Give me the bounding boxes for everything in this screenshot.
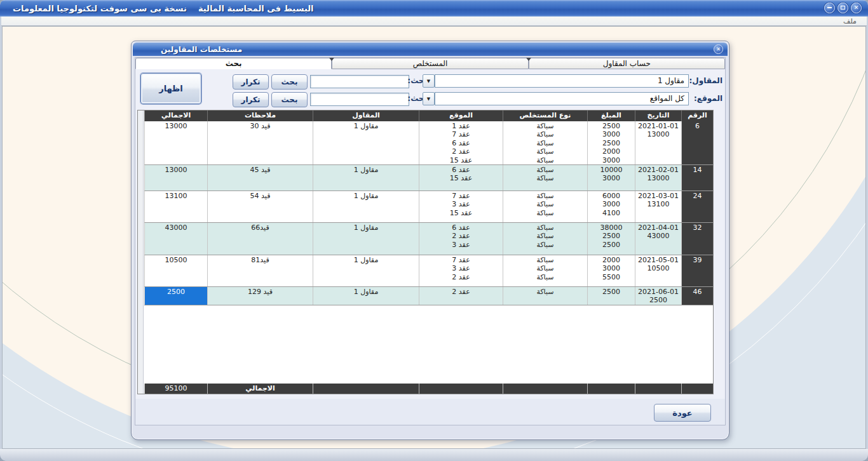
table-row[interactable]: 14 2021-02-01 13000 10000 3000 سباكة سبا… (144, 165, 713, 191)
column-header-total: الاجمالي (144, 110, 207, 121)
minimize-icon[interactable] (824, 3, 835, 13)
table-empty-area (138, 305, 713, 384)
tab-extract[interactable]: المستخلص (332, 58, 528, 69)
dialog-titlebar: مستخلصات المقاولين ✕ (133, 43, 728, 56)
column-header-date: التاريخ (635, 110, 681, 121)
extracts-table: الرقم التاريخ المبلغ نوع المستخلص الموقع… (137, 110, 714, 394)
footer-total-label: الاجمالي (207, 384, 313, 394)
dialog-contractor-extracts: مستخلصات المقاولين ✕ بحث المستخلص حساب ا… (131, 41, 729, 440)
column-header-type: نوع المستخلص (503, 110, 587, 121)
tab-separator-notch (526, 58, 531, 61)
tab-contractor-account[interactable]: حساب المقاول (529, 58, 725, 69)
tab-bar: بحث المستخلص حساب المقاول (135, 58, 725, 69)
table-row[interactable]: 39 2021-05-01 10500 2000 3000 5500 سباكة… (144, 255, 713, 287)
dialog-bottom-bar: عودة (135, 399, 725, 425)
window-title: البسيط فى المحاسبة المالية نسخة بى سى سو… (0, 4, 314, 13)
table-row[interactable]: 32 2021-04-01 43000 38000 2500 2500 سباك… (144, 223, 713, 255)
table-row[interactable]: 6 2021-01-01 13000 2500 3000 2500 2000 3… (144, 121, 713, 165)
window-bottom-frame (0, 449, 868, 461)
menu-bar: ملف (1, 17, 867, 26)
client-area: مستخلصات المقاولين ✕ بحث المستخلص حساب ا… (2, 26, 866, 449)
column-header-contractor: المقاول (313, 110, 419, 121)
search-input-1[interactable] (310, 75, 409, 88)
tab-separator-notch (329, 58, 334, 61)
dialog-title: مستخلصات المقاولين (133, 45, 242, 54)
column-header-notes: ملاحظات (207, 110, 313, 121)
dialog-close-icon[interactable]: ✕ (714, 44, 723, 54)
window-titlebar: البسيط فى المحاسبة المالية نسخة بى سى سو… (0, 0, 868, 17)
show-button[interactable]: اظهار (140, 73, 201, 104)
table-row-selected[interactable]: 46 2021-06-01 2500 2500 سباكة عقد 2 مقاو… (144, 287, 713, 305)
tab-search[interactable]: بحث (135, 58, 332, 69)
window-controls: ✕ (824, 3, 862, 13)
site-combo-arrow-icon[interactable]: ▼ (423, 92, 435, 105)
contractor-label: المقاول: (687, 76, 722, 85)
application-window: البسيط فى المحاسبة المالية نسخة بى سى سو… (0, 0, 868, 461)
repeat-button-1[interactable]: تكرار (233, 74, 269, 90)
close-icon[interactable]: ✕ (851, 3, 862, 13)
repeat-button-2[interactable]: تكرار (233, 92, 269, 107)
search-button-2[interactable]: بحث (271, 92, 308, 107)
search-input-2[interactable] (310, 93, 409, 106)
table-header-row: الرقم التاريخ المبلغ نوع المستخلص الموقع… (144, 110, 713, 121)
column-header-number: الرقم (681, 110, 713, 121)
maximize-icon[interactable] (837, 3, 848, 13)
site-combobox[interactable]: كل المواقع (435, 92, 689, 105)
table-scrollbar[interactable] (138, 110, 144, 394)
dialog-content: بحث المستخلص حساب المقاول اظهار تكرار بح… (135, 57, 726, 425)
site-label: الموقع: (687, 94, 722, 103)
menu-file[interactable]: ملف (833, 17, 867, 25)
contractor-combo-arrow-icon[interactable]: ▼ (423, 74, 435, 88)
column-header-amount: المبلغ (587, 110, 635, 121)
column-header-site: الموقع (419, 110, 503, 121)
table-row[interactable]: 24 2021-03-01 13100 6000 3000 4100 سباكة… (144, 191, 713, 223)
search-tab-page: اظهار تكرار بحث بحث: ▼ مقاول 1 المقاول: … (135, 69, 725, 399)
footer-total-value: 95100 (144, 384, 207, 394)
selected-cell[interactable]: 2500 (144, 287, 207, 305)
table-footer-row: الاجمالي 95100 (144, 384, 713, 394)
search-button-1[interactable]: بحث (271, 74, 308, 90)
back-button[interactable]: عودة (654, 404, 711, 422)
contractor-combobox[interactable]: مقاول 1 (435, 74, 689, 88)
